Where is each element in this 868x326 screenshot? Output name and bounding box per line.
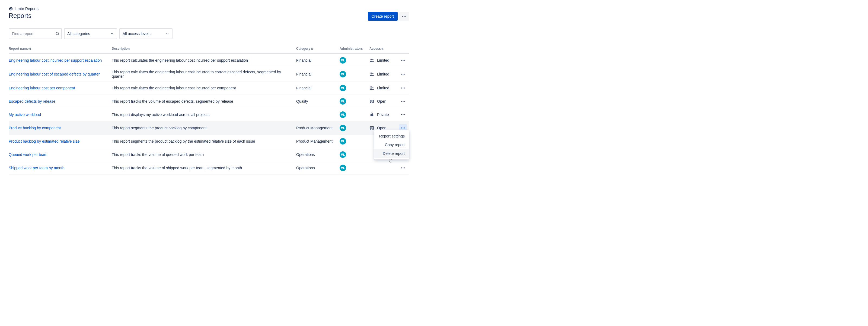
report-category: Financial [296,54,340,67]
access-label: Open [377,126,386,130]
svg-point-5 [405,16,406,17]
svg-point-9 [372,59,373,60]
category-filter-select[interactable]: All categories [64,28,117,39]
svg-rect-43 [372,128,372,129]
report-description: This report segments the product backlog… [112,135,296,148]
table-row: Queued work per teamThis report tracks t… [9,148,409,161]
dots-horizontal-icon [400,85,406,91]
svg-point-8 [371,59,372,60]
menu-item-delete-report[interactable]: Delete report [374,149,409,158]
col-header-name[interactable]: Report name⇅ [9,45,112,54]
svg-point-48 [404,128,405,128]
avatar[interactable]: ML [340,111,346,118]
table-row: Engineering labour cost incurred per sup… [9,54,409,67]
svg-rect-44 [372,128,373,129]
svg-rect-30 [371,102,372,103]
report-category [296,108,340,121]
chevron-down-icon [110,32,114,35]
row-actions-menu: Report settingsCopy reportDelete report [374,130,409,160]
sort-icon: ⇅ [311,47,313,50]
dots-horizontal-icon [400,72,406,77]
avatar[interactable]: ML [340,57,346,63]
svg-rect-24 [371,100,371,101]
open-icon [369,126,374,130]
col-header-administrators: Administrators [340,45,369,54]
report-name-link[interactable]: My active workload [9,112,41,117]
avatar[interactable]: ML [340,98,346,105]
col-header-access[interactable]: Access⇅ [369,45,399,54]
create-report-button[interactable]: Create report [368,12,398,21]
avatar[interactable]: ML [340,138,346,144]
avatar[interactable]: ML [340,125,346,131]
report-name-link[interactable]: Engineering labour cost incurred per sup… [9,58,102,62]
svg-rect-41 [372,127,373,128]
row-more-actions-button[interactable] [399,84,407,92]
table-row: Engineering labour cost of escaped defec… [9,67,409,82]
row-more-actions-button[interactable] [399,164,407,172]
report-description: This report calculates the engineering l… [112,67,296,82]
row-more-actions-button[interactable] [399,56,407,64]
category-filter-label: All categories [67,31,90,36]
svg-point-47 [403,128,403,128]
menu-item-copy-report[interactable]: Copy report [374,140,409,149]
page-title: Reports [9,12,31,20]
report-name-link[interactable]: Engineering labour cost per component [9,86,75,90]
row-more-actions-button[interactable] [399,111,407,118]
svg-point-31 [401,101,402,102]
svg-point-36 [403,114,403,115]
report-name-link[interactable]: Product backlog by estimated relative si… [9,139,80,143]
report-category: Product Management [296,121,340,135]
report-description: This report tracks the volume of escaped… [112,95,296,108]
report-name-link[interactable]: Product backlog by component [9,126,61,130]
report-description: This report calculates the engineering l… [112,82,296,95]
access-filter-select[interactable]: All access levels [119,28,173,39]
svg-point-6 [56,32,59,35]
svg-point-46 [401,128,402,128]
svg-point-15 [401,74,402,75]
dots-horizontal-icon [400,165,406,171]
report-name-link[interactable]: Escaped defects by release [9,99,55,104]
avatar[interactable]: ML [340,165,346,171]
col-header-category[interactable]: Category⇅ [296,45,340,54]
svg-rect-39 [371,127,371,128]
report-name-link[interactable]: Shipped work per team by month [9,166,64,170]
limited-icon [369,72,374,77]
report-category: Quality [296,95,340,108]
svg-rect-34 [371,114,373,116]
svg-point-35 [401,114,402,115]
svg-point-20 [401,87,402,88]
open-icon [369,99,374,104]
report-description: This report segments the product backlog… [112,121,296,135]
report-category: Financial [296,67,340,82]
avatar[interactable]: ML [340,151,346,158]
svg-point-32 [403,101,403,102]
row-more-actions-button[interactable] [399,70,407,78]
report-category: Operations [296,161,340,175]
menu-item-report-settings[interactable]: Report settings [374,132,409,140]
report-name-link[interactable]: Queued work per team [9,153,47,157]
svg-point-12 [404,60,405,61]
avatar[interactable]: ML [340,71,346,77]
svg-rect-40 [372,127,372,128]
table-row: My active workloadThis report displays m… [9,108,409,121]
svg-rect-42 [371,128,371,129]
sort-icon: ⇅ [381,47,383,50]
svg-point-19 [372,87,373,88]
avatar[interactable]: ML [340,85,346,91]
search-input[interactable] [9,28,62,39]
report-name-link[interactable]: Engineering labour cost of escaped defec… [9,72,99,76]
limited-icon [369,86,374,90]
svg-point-11 [403,60,403,61]
svg-point-33 [404,101,405,102]
dots-horizontal-icon [401,13,407,19]
dots-horizontal-icon [400,99,406,104]
svg-point-10 [401,60,402,61]
page-more-actions-button[interactable] [399,12,409,21]
row-more-actions-button[interactable] [399,98,407,105]
breadcrumb-text[interactable]: Limbr Reports [14,6,38,11]
svg-line-7 [58,34,59,35]
report-description: This report tracks the volume of queued … [112,148,296,161]
report-category: Financial [296,82,340,95]
svg-point-56 [403,167,403,168]
svg-point-21 [403,87,403,88]
